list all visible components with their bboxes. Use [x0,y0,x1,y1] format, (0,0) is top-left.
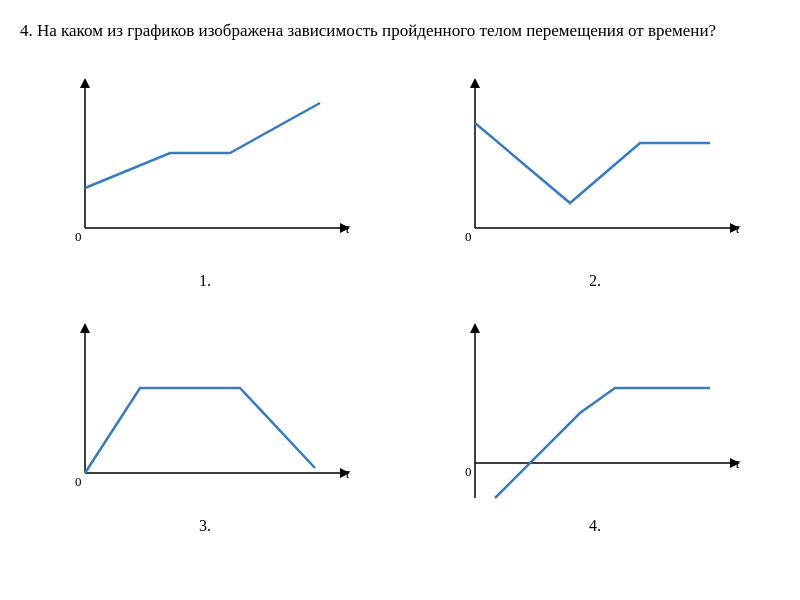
graph-label-3: 3. [199,517,211,535]
graph-label-2: 2. [589,272,601,290]
graphs-grid: 0 τ 1. 0 τ 2. [0,54,800,544]
svg-text:0: 0 [75,474,82,489]
svg-text:τ: τ [735,221,741,236]
svg-text:τ: τ [735,456,741,471]
graph-svg-1: 0 τ [50,68,360,268]
graph-label-1: 1. [199,272,211,290]
svg-marker-3 [80,78,90,88]
question-text: 4. На каком из графиков изображена завис… [0,0,800,54]
graph-svg-4: 0 τ [440,313,750,513]
graph-label-4: 4. [589,517,601,535]
svg-marker-15 [80,323,90,333]
graph-cell-4: 0 τ 4. [400,299,790,544]
svg-text:0: 0 [75,229,82,244]
svg-text:0: 0 [465,464,472,479]
svg-marker-21 [470,323,480,333]
svg-marker-9 [470,78,480,88]
svg-text:τ: τ [345,466,351,481]
graph-cell-1: 0 τ 1. [10,54,400,299]
graph-cell-3: 0 τ 3. [10,299,400,544]
svg-text:0: 0 [465,229,472,244]
graph-cell-2: 0 τ 2. [400,54,790,299]
svg-text:τ: τ [345,221,351,236]
graph-svg-3: 0 τ [50,313,360,513]
graph-svg-2: 0 τ [440,68,750,268]
